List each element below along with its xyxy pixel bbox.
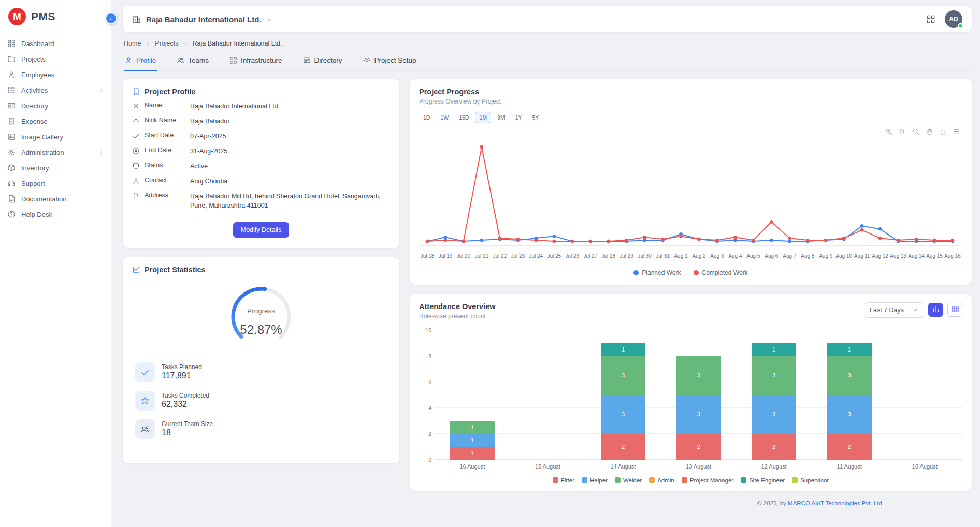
tab-infrastructure[interactable]: Infrastructure (228, 51, 283, 70)
bar-columns: 111233123323312331 (435, 330, 962, 460)
segment-welder[interactable]: 3 (601, 356, 645, 395)
tab-label: Infrastructure (241, 56, 282, 64)
segment-fitter[interactable]: 2 (752, 434, 796, 460)
legend-project-manager[interactable]: Project Manager (682, 477, 733, 484)
segment-site-engineer[interactable]: 1 (752, 343, 796, 356)
header-actions: AD (926, 10, 962, 28)
menu-icon[interactable] (953, 128, 960, 136)
segment-helper[interactable]: 3 (827, 395, 872, 434)
sidebar-item-label: Support (21, 180, 45, 187)
legend-supervisor[interactable]: Supervisor (792, 477, 829, 484)
time-range-selector: 1D1W15D1M3M1Y5Y (419, 112, 962, 123)
sidebar-item-administration[interactable]: Administration (0, 144, 111, 160)
magnify-icon[interactable] (912, 128, 920, 136)
building-icon (132, 14, 141, 24)
tab-teams[interactable]: Teams (176, 51, 210, 70)
segment-helper[interactable]: 1 (450, 434, 495, 447)
line-chart[interactable]: Jul 18Jul 19Jul 20Jul 21Jul 22Jul 23Jul … (419, 136, 961, 268)
bar-15-august[interactable] (510, 330, 586, 460)
field-value: Active (190, 162, 208, 171)
svg-text:Jul 28: Jul 28 (601, 253, 615, 259)
segment-welder[interactable]: 3 (827, 356, 872, 395)
sidebar-item-dashboard[interactable]: Dashboard (0, 36, 111, 51)
legend-swatch (553, 477, 558, 483)
bar-16-august[interactable]: 111 (435, 330, 510, 460)
range-button-15d[interactable]: 15D (455, 112, 473, 123)
segment-welder[interactable]: 3 (752, 356, 796, 395)
sidebar-item-help-desk[interactable]: Help Desk (0, 207, 111, 222)
bar-12-august[interactable]: 2331 (736, 330, 812, 460)
sidebar-item-support[interactable]: Support (0, 175, 111, 191)
chart-view-toggle[interactable] (928, 303, 943, 317)
sidebar-collapse-button[interactable]: ‹ (105, 12, 117, 24)
avatar[interactable]: AD (945, 10, 962, 28)
bar-11-august[interactable]: 2331 (812, 330, 887, 460)
chevron-down-icon (911, 306, 918, 314)
svg-text:Aug 6: Aug 6 (765, 253, 779, 259)
svg-text:Aug 13: Aug 13 (890, 253, 906, 259)
field-value: Raja Bahadur International Ltd. (190, 101, 280, 111)
apps-grid-icon[interactable] (926, 14, 935, 24)
bar-14-august[interactable]: 2331 (585, 330, 661, 460)
zoom-out-icon[interactable] (899, 128, 906, 136)
range-button-1d[interactable]: 1D (419, 112, 434, 123)
breadcrumb-item-home[interactable]: Home (124, 40, 141, 47)
company-link[interactable]: MARCO AIoT Technologies Pvt. Ltd. (788, 500, 884, 506)
pan-icon[interactable] (926, 128, 933, 136)
sidebar-item-inventory[interactable]: Inventory (0, 160, 111, 175)
segment-fitter[interactable]: 2 (676, 434, 721, 460)
sidebar-item-employees[interactable]: Employees (0, 67, 111, 82)
range-button-1y[interactable]: 1Y (511, 112, 526, 123)
range-button-1w[interactable]: 1W (436, 112, 453, 123)
svg-text:Aug 1: Aug 1 (674, 253, 688, 259)
logo[interactable]: M PMS (0, 0, 111, 32)
date-range-select[interactable]: Last 7 Days (864, 302, 924, 318)
segment-helper[interactable]: 3 (676, 395, 721, 434)
bar-13-august[interactable]: 233 (661, 330, 737, 460)
range-button-5y[interactable]: 5Y (528, 112, 543, 123)
segment-helper[interactable]: 3 (752, 395, 796, 434)
breadcrumb-item-projects[interactable]: Projects (155, 40, 178, 47)
x-circle-icon (132, 147, 140, 155)
sidebar-item-label: Expense (21, 118, 48, 125)
bar-chart[interactable]: 0246810111233123323312331 16 August15 Au… (419, 330, 962, 470)
legend-helper[interactable]: Helper (582, 477, 608, 484)
table-view-toggle[interactable] (947, 303, 962, 317)
stat-value: 62,332 (162, 400, 209, 409)
sidebar-item-image-gallery[interactable]: Image Gallery (0, 129, 111, 144)
legend-welder[interactable]: Welder (615, 477, 642, 484)
legend-completed-work[interactable]: Completed Work (694, 269, 748, 276)
sidebar-item-projects[interactable]: Projects (0, 51, 111, 67)
legend-admin[interactable]: Admin (649, 477, 674, 484)
sidebar-item-documentation[interactable]: Documentation (0, 191, 111, 207)
segment-fitter[interactable]: 2 (601, 434, 645, 460)
segment-site-engineer[interactable]: 1 (601, 343, 645, 356)
company-selector[interactable]: Raja Bahadur International Ltd. (132, 14, 273, 24)
zoom-in-icon[interactable] (885, 128, 893, 136)
legend-planned-work[interactable]: Planned Work (633, 269, 681, 276)
tab-directory[interactable]: Directory (302, 51, 343, 70)
profile-field-start-date-: Start Date:07-Apr-2025 (132, 131, 390, 141)
sidebar-item-label: Activities (21, 86, 48, 94)
segment-helper[interactable]: 3 (601, 395, 645, 434)
range-button-1m[interactable]: 1M (475, 112, 491, 123)
legend-label: Supervisor (800, 477, 829, 484)
sidebar-item-directory[interactable]: Directory (0, 98, 111, 113)
sidebar-item-expense[interactable]: Expense (0, 113, 111, 129)
home-icon[interactable] (939, 128, 947, 136)
sidebar-item-activities[interactable]: Activities (0, 82, 111, 98)
segment-welder[interactable]: 3 (676, 356, 721, 395)
table-icon (951, 305, 959, 315)
bar-10-august[interactable] (887, 330, 962, 460)
tab-project-setup[interactable]: Project Setup (362, 51, 417, 70)
tab-profile[interactable]: Profile (124, 51, 157, 71)
segment-welder[interactable]: 1 (450, 421, 495, 434)
segment-fitter[interactable]: 1 (450, 447, 495, 460)
segment-fitter[interactable]: 2 (827, 434, 872, 460)
modify-details-button[interactable]: Modify Details (233, 222, 290, 238)
legend-site-engineer[interactable]: Site Engineer (741, 477, 785, 484)
legend-fitter[interactable]: Fitter (553, 477, 574, 484)
segment-site-engineer[interactable]: 1 (827, 343, 872, 356)
range-button-3m[interactable]: 3M (493, 112, 509, 123)
field-label: Nick Name: (132, 116, 190, 126)
